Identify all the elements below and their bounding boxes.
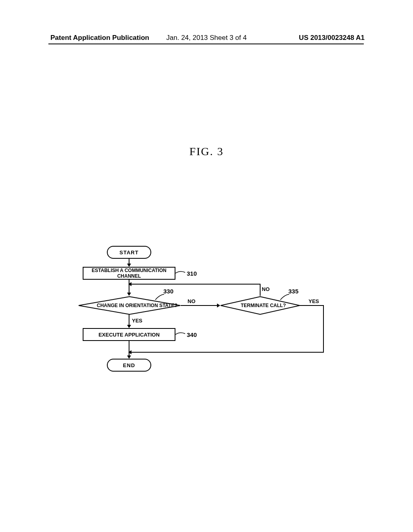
header-publication: Patent Application Publication xyxy=(50,34,149,42)
decision-330-label: CHANGE IN ORIENTATION STATE? xyxy=(97,303,177,308)
process-310-label: ESTABLISH A COMMUNICATION CHANNEL xyxy=(83,268,175,279)
connector xyxy=(129,284,261,285)
figure-label: FIG. 3 xyxy=(189,145,223,158)
flowchart: START ESTABLISH A COMMUNICATION CHANNEL … xyxy=(83,246,333,383)
connector xyxy=(323,305,324,353)
ref-340: 340 xyxy=(187,331,197,338)
ref-310: 310 xyxy=(187,270,197,277)
process-340: EXECUTE APPLICATION xyxy=(83,328,175,341)
page-header: Patent Application Publication Jan. 24, … xyxy=(0,34,413,42)
leader-340 xyxy=(175,330,187,339)
branch-335-yes: YES xyxy=(309,298,319,304)
header-patent-number: US 2013/0023248 A1 xyxy=(299,34,365,42)
decision-335-label: TERMINATE CALL? xyxy=(241,303,286,308)
arrow-icon xyxy=(127,325,131,328)
connector xyxy=(129,341,129,357)
end-terminal: END xyxy=(107,359,151,372)
connector xyxy=(181,305,219,306)
start-label: START xyxy=(119,249,138,256)
connector xyxy=(300,305,324,306)
arrow-icon xyxy=(127,355,131,359)
process-340-label: EXECUTE APPLICATION xyxy=(98,332,160,338)
header-date-sheet: Jan. 24, 2013 Sheet 3 of 4 xyxy=(166,34,246,42)
leader-330 xyxy=(155,293,167,301)
process-310: ESTABLISH A COMMUNICATION CHANNEL xyxy=(83,267,175,280)
branch-335-no: NO xyxy=(262,286,270,292)
arrow-icon xyxy=(127,264,131,267)
leader-335 xyxy=(280,293,292,301)
branch-330-no: NO xyxy=(188,298,196,304)
branch-330-yes: YES xyxy=(132,318,142,324)
connector xyxy=(129,352,324,353)
arrow-icon xyxy=(127,293,131,296)
arrow-icon xyxy=(128,282,131,286)
header-divider xyxy=(48,44,364,44)
end-label: END xyxy=(123,362,135,368)
leader-310 xyxy=(175,269,187,277)
start-terminal: START xyxy=(107,246,151,259)
connector xyxy=(260,284,261,296)
